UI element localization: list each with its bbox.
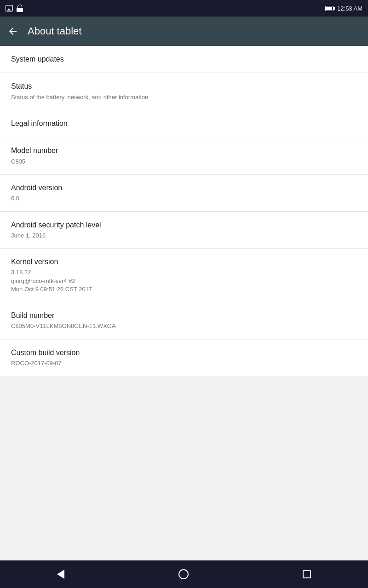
status-bar-right-icons: 12:53 AM — [325, 5, 362, 12]
settings-item-security-patch: Android security patch level June 1, 201… — [0, 212, 368, 249]
status-subtitle: Status of the battery, network, and othe… — [11, 93, 357, 102]
build-number-title: Build number — [11, 311, 357, 321]
settings-item-system-updates[interactable]: System updates — [0, 46, 368, 73]
settings-item-custom-build: Custom build version ROCO-2017-09-07 — [0, 339, 368, 377]
security-patch-title: Android security patch level — [11, 220, 357, 230]
build-number-value: C805M0-V11LKM8GN8GEN-11.WXGA — [11, 322, 357, 330]
nav-bar — [0, 560, 368, 588]
back-triangle-icon — [57, 570, 64, 579]
battery-icon — [325, 6, 334, 11]
settings-item-legal[interactable]: Legal information — [0, 110, 368, 137]
settings-item-model-number: Model number C805 — [0, 137, 368, 175]
bottom-spacer — [0, 376, 368, 468]
model-number-title: Model number — [11, 146, 357, 156]
settings-item-build-number: Build number C805M0-V11LKM8GN8GEN-11.WXG… — [0, 302, 368, 339]
model-number-value: C805 — [11, 158, 357, 166]
lock-icon — [17, 5, 23, 12]
android-version-value: 6.0 — [11, 194, 357, 203]
image-icon — [6, 5, 13, 11]
settings-item-status[interactable]: Status Status of the battery, network, a… — [0, 73, 368, 110]
security-patch-value: June 1, 2016 — [11, 232, 357, 240]
kernel-version-value: 3.18.22 qinrq@roco-mtk-svr4 #2 Mon Oct 9… — [11, 268, 357, 294]
nav-back-button[interactable] — [43, 565, 78, 583]
custom-build-value: ROCO-2017-09-07 — [11, 359, 357, 368]
recents-square-icon — [303, 570, 311, 578]
status-bar-left-icons — [6, 5, 23, 12]
settings-item-android-version: Android version 6.0 — [0, 175, 368, 212]
legal-title: Legal information — [11, 119, 357, 129]
page-title: About tablet — [28, 25, 81, 37]
nav-home-button[interactable] — [165, 565, 202, 584]
status-title: Status — [11, 81, 357, 91]
kernel-version-title: Kernel version — [11, 257, 357, 267]
home-circle-icon — [178, 569, 189, 579]
settings-content: System updates Status Status of the batt… — [0, 46, 368, 560]
nav-recents-button[interactable] — [289, 565, 325, 583]
time-display: 12:53 AM — [337, 5, 362, 12]
custom-build-title: Custom build version — [11, 348, 357, 358]
settings-item-kernel-version: Kernel version 3.18.22 qinrq@roco-mtk-sv… — [0, 249, 368, 302]
status-bar: 12:53 AM — [0, 0, 368, 17]
android-version-title: Android version — [11, 183, 357, 193]
back-button[interactable] — [7, 26, 18, 37]
system-updates-title: System updates — [11, 54, 357, 64]
toolbar: About tablet — [0, 17, 368, 46]
